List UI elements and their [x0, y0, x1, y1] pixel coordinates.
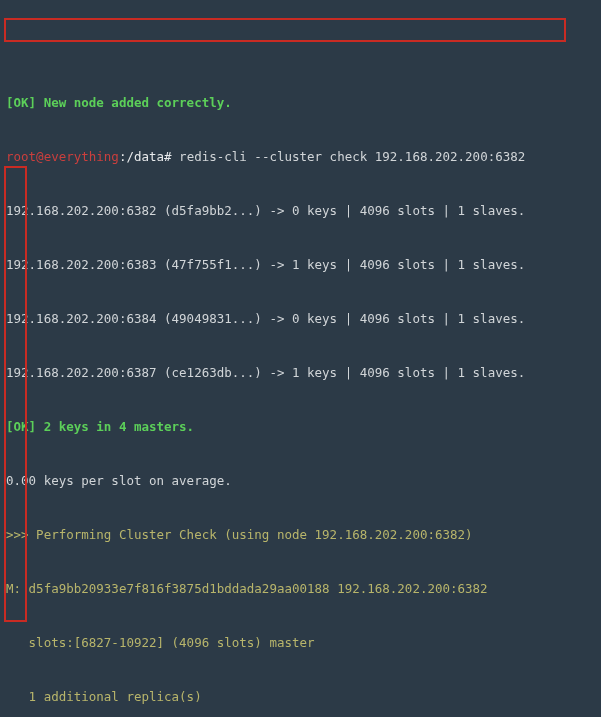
output-line: 192.168.202.200:6384 (49049831...) -> 0 … [6, 310, 595, 328]
performing-check: >>> Performing Cluster Check (using node… [6, 526, 595, 544]
output-line: 0.00 keys per slot on average. [6, 472, 595, 490]
output-line: 192.168.202.200:6387 (ce1263db...) -> 1 … [6, 364, 595, 382]
prompt-path: :/data# [119, 149, 172, 164]
output-line: 192.168.202.200:6383 (47f755f1...) -> 1 … [6, 256, 595, 274]
node-line: M: d5fa9bb20933e7f816f3875d1bddada29aa00… [6, 580, 595, 598]
highlight-command-box [4, 18, 566, 42]
node-line: slots:[6827-10922] (4096 slots) master [6, 634, 595, 652]
terminal-window[interactable]: [OK] New node added correctly. root@ever… [0, 0, 601, 717]
node-line: 1 additional replica(s) [6, 688, 595, 706]
prompt-user: root@everything [6, 149, 119, 164]
prompt-line-1: root@everything:/data# redis-cli --clust… [6, 148, 595, 166]
output-line: 192.168.202.200:6382 (d5fa9bb2...) -> 0 … [6, 202, 595, 220]
command-text: redis-cli --cluster check 192.168.202.20… [172, 149, 526, 164]
ok-node-added: [OK] New node added correctly. [6, 94, 595, 112]
highlight-cluster-box [4, 166, 27, 622]
ok-keys: [OK] 2 keys in 4 masters. [6, 418, 595, 436]
